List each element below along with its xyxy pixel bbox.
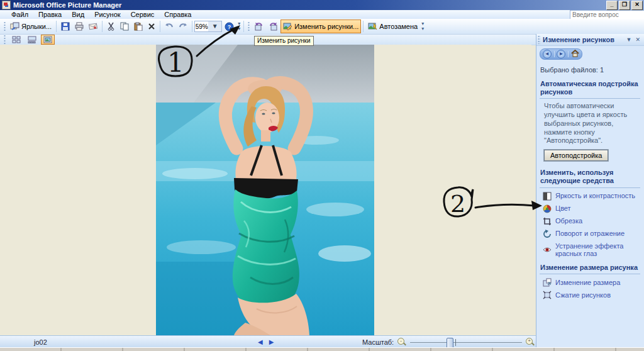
toolbar-grip[interactable]	[4, 35, 6, 45]
paste-icon	[134, 22, 143, 31]
copy-button[interactable]	[118, 20, 131, 33]
redo-icon	[179, 23, 187, 30]
resize-link[interactable]: Изменение размера	[543, 278, 640, 287]
menu-picture[interactable]: Рисунок	[89, 11, 126, 18]
delete-button[interactable]	[145, 20, 158, 33]
zoom-in-icon[interactable]: +	[526, 338, 535, 347]
title-bar: Microsoft Office Picture Manager _ ❐ ✕	[0, 0, 644, 10]
color-link[interactable]: Цвет	[543, 204, 640, 213]
shortcuts-button[interactable]: Ярлыки...	[8, 20, 54, 33]
toolbar-grip[interactable]	[248, 21, 250, 31]
zoom-scale-label: Масштаб:	[362, 338, 394, 346]
toolbar-overflow-icon[interactable]: ▾▾	[420, 21, 425, 31]
windows-taskbar-edge	[0, 347, 644, 351]
edit-tools-header: Изменить, используя следующие средства	[540, 169, 640, 185]
undo-button[interactable]	[162, 20, 176, 33]
menu-edit[interactable]: Правка	[33, 11, 67, 18]
home-icon[interactable]	[571, 50, 579, 58]
red-eye-icon	[543, 245, 552, 254]
paste-button[interactable]	[131, 20, 145, 33]
minimize-button[interactable]: _	[606, 1, 618, 10]
resize-section-header: Изменение размера рисунка	[540, 264, 640, 272]
filmstrip-view-button[interactable]	[25, 35, 39, 45]
task-pane-grip[interactable]	[538, 35, 540, 44]
menu-view[interactable]: Вид	[67, 11, 89, 18]
task-pane-title-bar: Изменение рисунков ▼ ✕	[536, 34, 644, 46]
zoom-dropdown-icon: ▼	[208, 21, 221, 31]
svg-text:?: ?	[228, 24, 231, 30]
edit-pictures-icon	[283, 22, 292, 31]
brightness-contrast-link[interactable]: Яркость и контрастность	[543, 192, 640, 201]
restore-button[interactable]: ❐	[619, 1, 630, 10]
cut-icon	[107, 22, 115, 31]
toolbar-grip[interactable]	[4, 21, 6, 31]
save-icon	[61, 22, 70, 31]
task-pane-nav-bar: ◄ ►	[540, 48, 582, 60]
previous-picture-icon[interactable]: ◀	[258, 338, 263, 345]
task-pane-menu-icon[interactable]: ▼	[626, 36, 632, 43]
ask-question-input[interactable]	[570, 10, 644, 20]
print-button[interactable]	[72, 20, 86, 33]
edit-pictures-tooltip: Изменить рисунки	[254, 36, 314, 46]
rotate-left-button[interactable]	[252, 20, 266, 33]
window-title: Microsoft Office Picture Manager	[13, 1, 121, 9]
zoom-slider-thumb[interactable]	[447, 338, 453, 348]
forward-icon[interactable]: ►	[557, 50, 565, 58]
compress-link[interactable]: Сжатие рисунков	[543, 291, 640, 299]
mail-icon	[89, 22, 97, 31]
rotate-right-icon	[269, 22, 278, 31]
delete-icon	[148, 23, 155, 30]
single-picture-view-button[interactable]	[41, 35, 55, 45]
rotate-left-icon	[254, 22, 264, 31]
auto-correct-header: Автоматическая подстройка рисунков	[540, 80, 640, 96]
crop-icon	[543, 217, 552, 226]
edit-pictures-task-pane: Изменение рисунков ▼ ✕ ◄ ► Выбрано файло…	[536, 34, 644, 347]
resize-icon	[543, 278, 552, 287]
zoom-value: 59%	[195, 23, 208, 30]
autocorrect-button[interactable]: Автозамена	[365, 20, 420, 33]
auto-correct-description: Чтобы автоматически улучшить цвета и ярк…	[544, 102, 638, 145]
edit-pictures-button[interactable]: Изменить рисунки...	[280, 20, 361, 33]
picture-manager-window: Microsoft Office Picture Manager _ ❐ ✕ Ф…	[0, 0, 644, 351]
save-button[interactable]	[58, 20, 72, 33]
toolbar-options-icon[interactable]: ▾▾	[236, 21, 242, 31]
redo-button[interactable]	[176, 20, 190, 33]
autocorrect-icon	[368, 22, 377, 31]
shortcuts-icon	[10, 22, 19, 31]
help-icon: ?	[225, 22, 234, 31]
standard-toolbar: Ярлыки... 59% ▼ ? ▾▾ Изменить рисунки...	[0, 19, 644, 35]
current-file-name: jo02	[34, 338, 47, 346]
color-wheel-icon	[543, 204, 552, 213]
back-icon[interactable]: ◄	[543, 50, 552, 58]
rotate-icon	[543, 230, 552, 238]
print-icon	[75, 22, 84, 31]
next-picture-icon[interactable]: ▶	[269, 338, 274, 345]
app-icon	[2, 1, 11, 9]
photo-scarlett-pool	[156, 45, 374, 335]
zoom-out-icon[interactable]: -	[397, 338, 406, 347]
thumbnail-view-button[interactable]	[9, 35, 23, 45]
close-button[interactable]: ✕	[631, 1, 643, 10]
selected-files-count: Выбрано файлов: 1	[540, 66, 640, 74]
rotate-right-button[interactable]	[266, 20, 280, 33]
cut-button[interactable]	[104, 20, 118, 33]
menu-bar: Файл Правка Вид Рисунок Сервис Справка ▼	[0, 10, 644, 19]
copy-icon	[120, 22, 129, 31]
auto-correct-button[interactable]: Автоподстройка	[544, 150, 608, 161]
undo-icon	[165, 23, 174, 30]
brightness-icon	[543, 192, 552, 201]
crop-link[interactable]: Обрезка	[543, 217, 640, 226]
task-pane-close-icon[interactable]: ✕	[635, 36, 640, 43]
menu-tools[interactable]: Сервис	[126, 11, 160, 18]
compress-icon	[543, 291, 552, 299]
red-eye-link[interactable]: Устранение эффекта красных глаз	[543, 242, 640, 257]
rotate-flip-link[interactable]: Поворот и отражение	[543, 230, 640, 238]
task-pane-title: Изменение рисунков	[543, 36, 614, 43]
help-button[interactable]: ?	[222, 20, 236, 33]
mail-button[interactable]	[86, 20, 100, 33]
menu-help[interactable]: Справка	[159, 11, 196, 18]
menu-file[interactable]: Файл	[6, 11, 33, 18]
zoom-combobox[interactable]: 59% ▼	[194, 21, 222, 32]
zoom-slider[interactable]	[410, 337, 522, 347]
status-bar: jo02 ◀ ▶ Масштаб: - +	[0, 335, 536, 348]
